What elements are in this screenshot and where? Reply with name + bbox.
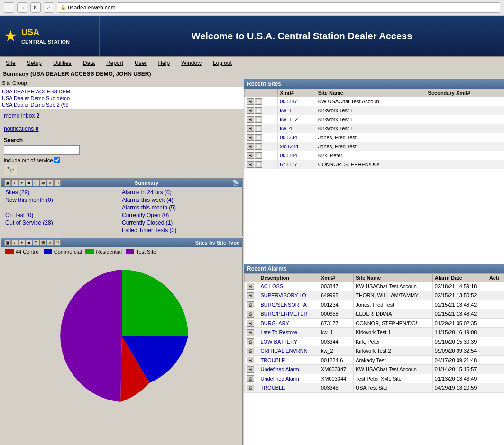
refresh-button[interactable]: ↻: [30, 2, 41, 13]
on-test-link[interactable]: On Test (0): [5, 212, 122, 218]
menu-window[interactable]: Window: [175, 58, 207, 68]
tool2-btn-8[interactable]: □: [54, 239, 61, 246]
xmit-link[interactable]: xm1234: [280, 144, 298, 149]
alarms-month-link[interactable]: Alarms this month (5): [122, 204, 238, 211]
alarm-printer-icon[interactable]: 🖨: [247, 385, 254, 391]
out-of-service-link[interactable]: Out of Service (28): [5, 219, 122, 226]
alarm-printer-icon[interactable]: 🖨: [247, 338, 254, 345]
tool-btn-1[interactable]: ▣: [4, 180, 11, 186]
alarm-printer-icon[interactable]: 🖨: [247, 375, 254, 382]
alarm-printer-icon[interactable]: 🖨: [247, 292, 254, 299]
doc-icon[interactable]: 📄: [255, 161, 262, 168]
menu-setup[interactable]: Setup: [21, 58, 47, 68]
doc-icon[interactable]: 📄: [255, 134, 262, 141]
tool-btn-5[interactable]: ⊡: [33, 180, 39, 186]
xmit-link[interactable]: 001234: [280, 135, 297, 140]
back-button[interactable]: ←: [4, 2, 14, 13]
notification-link[interactable]: notifications 0: [4, 126, 38, 132]
tool-btn-6[interactable]: ⊠: [40, 180, 46, 186]
tool-btn-3[interactable]: +: [18, 180, 25, 186]
menu-data[interactable]: Data: [77, 58, 101, 68]
xmit-link[interactable]: kw_1: [280, 108, 292, 113]
tool-btn-7[interactable]: ✕: [47, 180, 54, 186]
doc-icon[interactable]: 📄: [255, 116, 262, 123]
doc-icon[interactable]: 📄: [255, 107, 262, 114]
site-list: USA DEALER ACCESS DEM USA Dealer Demo Su…: [0, 87, 244, 109]
new-this-month-link[interactable]: New this month (0): [5, 197, 122, 203]
alarm-desc-link[interactable]: LOW BATTERY: [260, 339, 297, 345]
site-link-2[interactable]: USA Dealer Demo Sub demo: [1, 95, 243, 101]
alarm-printer-icon[interactable]: 🖨: [247, 348, 254, 354]
doc-icon[interactable]: 📄: [255, 98, 262, 105]
printer-icon[interactable]: 🖨: [247, 152, 254, 159]
forward-button[interactable]: →: [17, 2, 27, 13]
alarm-printer-icon[interactable]: 🖨: [247, 301, 254, 308]
tool2-btn-5[interactable]: ⊡: [33, 239, 39, 246]
alarm-printer-icon[interactable]: 🖨: [247, 320, 254, 327]
printer-icon[interactable]: 🖨: [247, 125, 254, 132]
tool2-btn-2[interactable]: /: [11, 239, 18, 246]
alarm-printer-icon[interactable]: 🖨: [247, 329, 254, 336]
menu-user[interactable]: User: [129, 58, 152, 68]
alarm-desc-link[interactable]: Undefined Alarm: [260, 376, 299, 381]
alarm-printer-icon[interactable]: 🖨: [247, 357, 254, 363]
xmit-link[interactable]: 003344: [280, 153, 297, 158]
printer-icon[interactable]: 🖨: [247, 116, 254, 123]
alarm-desc-link[interactable]: CRITICAL ENVRNN: [260, 348, 307, 354]
tool-btn-4[interactable]: ■: [26, 180, 32, 186]
alarm-desc-link[interactable]: BURG/PERIMETER: [260, 311, 307, 317]
currently-closed-link[interactable]: Currently Closed (1): [122, 219, 238, 226]
tool2-btn-1[interactable]: ▣: [4, 239, 11, 246]
alarm-printer-icon[interactable]: 🖨: [247, 366, 254, 373]
include-oos-checkbox[interactable]: [54, 157, 60, 163]
printer-icon[interactable]: 🖨: [247, 161, 254, 168]
site-link-3[interactable]: USA Dealer Demo Sub 2 (99: [1, 101, 243, 108]
failed-timer-tests-link[interactable]: Failed Timer Tests (0): [122, 227, 238, 234]
tool-btn-8[interactable]: □: [54, 180, 61, 186]
printer-icon[interactable]: 🖨: [247, 107, 254, 114]
memo-link[interactable]: memo inbox 2: [4, 112, 39, 119]
tool2-btn-4[interactable]: ■: [26, 239, 32, 246]
printer-icon[interactable]: 🖨: [247, 143, 254, 150]
menu-help[interactable]: Help: [152, 58, 175, 68]
tool2-btn-7[interactable]: ✕: [47, 239, 54, 246]
alarm-printer-icon[interactable]: 🖨: [247, 311, 254, 318]
home-button[interactable]: ⌂: [44, 2, 54, 13]
alarm-desc-link[interactable]: Undefined Alarm: [260, 366, 299, 372]
xmit-link[interactable]: kw_4: [280, 126, 292, 131]
sites-link[interactable]: Sites (29): [5, 189, 122, 196]
alarm-printer-icon[interactable]: 🖨: [247, 283, 254, 290]
alarm-desc-link[interactable]: SUPERVISORY-LO: [260, 292, 306, 298]
address-bar[interactable]: 🔒 usadealerweb.com: [57, 2, 500, 13]
search-button[interactable]: 🔭: [4, 165, 17, 175]
printer-icon[interactable]: 🖨: [247, 134, 254, 141]
col-icons: [245, 89, 278, 97]
tool2-btn-3[interactable]: +: [18, 239, 25, 246]
menu-report[interactable]: Report: [101, 58, 129, 68]
currently-open-link[interactable]: Currently Open (0): [122, 212, 238, 218]
doc-icon[interactable]: 📄: [255, 152, 262, 159]
xmit-link[interactable]: 673177: [280, 162, 297, 167]
alarm-desc-link[interactable]: AC LOSS: [260, 283, 283, 289]
tool-btn-2[interactable]: /: [11, 180, 18, 186]
rss-icon[interactable]: 📡: [232, 180, 239, 186]
xmit-link[interactable]: 003347: [280, 99, 297, 104]
menu-utilities[interactable]: Utilities: [47, 58, 77, 68]
alarm-desc-link[interactable]: Late To Restore: [260, 329, 297, 335]
printer-icon[interactable]: 🖨: [247, 98, 254, 105]
alarms-24h-link[interactable]: Alarms in 24 hrs (0): [122, 189, 238, 196]
alarms-week-link[interactable]: Alarms this week (4): [122, 197, 238, 203]
alarm-desc-link[interactable]: TROUBLE: [260, 357, 285, 363]
menu-logout[interactable]: Log out: [207, 58, 238, 68]
doc-icon[interactable]: 📄: [255, 125, 262, 132]
alarm-desc-link[interactable]: BURG/SENSOR TA: [260, 302, 306, 308]
doc-icon[interactable]: 📄: [255, 143, 262, 150]
menu-site[interactable]: Site: [0, 58, 21, 68]
tool2-btn-6[interactable]: ⊠: [40, 239, 46, 246]
search-input[interactable]: [4, 145, 80, 155]
alarm-desc-link[interactable]: TROUBLE: [260, 385, 285, 391]
site-link-1[interactable]: USA DEALER ACCESS DEM: [1, 88, 243, 95]
alarm-desc-cell: CRITICAL ENVRNN: [258, 346, 319, 356]
xmit-link[interactable]: kw_1_2: [280, 117, 298, 122]
alarm-desc-link[interactable]: BURGLARY: [260, 320, 289, 326]
